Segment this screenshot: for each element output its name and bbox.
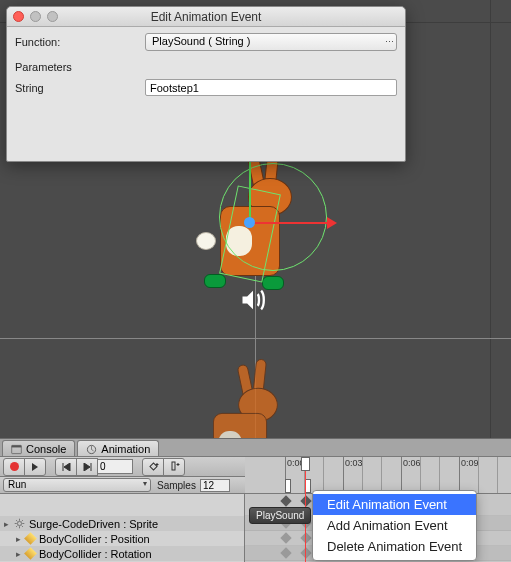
hierarchy-root[interactable]: Surge-CodeDriven : Sprite bbox=[29, 518, 158, 530]
tick-label: 0:09 bbox=[461, 458, 479, 468]
svg-rect-4 bbox=[172, 462, 175, 470]
string-input[interactable] bbox=[145, 79, 397, 96]
add-event-button[interactable] bbox=[163, 458, 185, 476]
clip-dropdown[interactable]: Run bbox=[3, 478, 151, 492]
add-keyframe-button[interactable] bbox=[142, 458, 164, 476]
zoom-icon bbox=[47, 11, 58, 22]
gear-icon bbox=[14, 518, 25, 529]
playhead-handle[interactable] bbox=[301, 457, 310, 471]
edit-animation-event-dialog: Edit Animation Event Function: PlaySound… bbox=[6, 6, 406, 162]
animation-panel: Console Animation Run Samples bbox=[0, 438, 511, 562]
record-button[interactable] bbox=[3, 458, 25, 476]
key-icon bbox=[24, 547, 37, 560]
tick-label: 0:03 bbox=[345, 458, 363, 468]
context-menu: Edit Animation Event Add Animation Event… bbox=[312, 490, 477, 561]
function-label: Function: bbox=[15, 36, 145, 48]
context-menu-item-edit[interactable]: Edit Animation Event bbox=[313, 494, 476, 515]
tab-animation[interactable]: Animation bbox=[77, 440, 159, 456]
function-dropdown[interactable]: PlaySound ( String ) bbox=[145, 33, 397, 51]
property-hierarchy[interactable]: ▸Surge-CodeDriven : Sprite ▸BodyCollider… bbox=[0, 494, 245, 562]
console-icon bbox=[11, 444, 22, 455]
key-icon bbox=[24, 532, 37, 545]
timeline[interactable]: 0:00 0:03 0:06 0:09 bbox=[245, 494, 511, 562]
animation-event-marker[interactable] bbox=[285, 479, 291, 493]
close-icon[interactable] bbox=[13, 11, 24, 22]
dialog-titlebar[interactable]: Edit Animation Event bbox=[7, 7, 405, 27]
samples-label: Samples bbox=[157, 480, 196, 491]
string-label: String bbox=[15, 82, 145, 94]
context-menu-item-add[interactable]: Add Animation Event bbox=[313, 515, 476, 536]
prev-key-button[interactable] bbox=[55, 458, 77, 476]
event-tooltip: PlaySound bbox=[249, 507, 311, 524]
hierarchy-item[interactable]: BodyCollider : Rotation bbox=[39, 548, 152, 560]
samples-field[interactable] bbox=[200, 479, 230, 492]
dialog-title: Edit Animation Event bbox=[7, 10, 405, 24]
gizmo-x-arrow[interactable] bbox=[249, 222, 329, 224]
timeline-ruler[interactable]: 0:00 0:03 0:06 0:09 bbox=[245, 457, 511, 494]
frame-field[interactable] bbox=[97, 459, 133, 474]
svg-point-5 bbox=[17, 521, 21, 525]
tab-console-label: Console bbox=[26, 443, 66, 455]
tick-label: 0:06 bbox=[403, 458, 421, 468]
context-menu-item-delete[interactable]: Delete Animation Event bbox=[313, 536, 476, 557]
tab-console[interactable]: Console bbox=[2, 440, 75, 456]
tab-animation-label: Animation bbox=[101, 443, 150, 455]
animation-icon bbox=[86, 444, 97, 455]
hierarchy-item[interactable]: BodyCollider : Position bbox=[39, 533, 150, 545]
minimize-icon bbox=[30, 11, 41, 22]
next-key-button[interactable] bbox=[76, 458, 98, 476]
parameters-heading: Parameters bbox=[15, 61, 397, 73]
audio-source-icon bbox=[239, 286, 267, 316]
gizmo-origin[interactable] bbox=[244, 217, 255, 228]
svg-rect-1 bbox=[12, 445, 22, 447]
play-button[interactable] bbox=[24, 458, 46, 476]
